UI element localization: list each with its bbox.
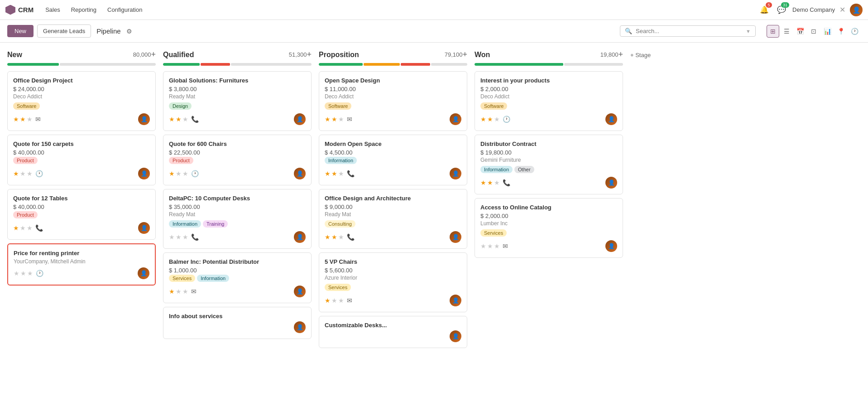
star-filled[interactable]: ★ <box>480 179 486 186</box>
clock-icon[interactable]: 🕐 <box>35 170 43 177</box>
star-empty[interactable]: ★ <box>494 242 500 250</box>
card-online-catalog[interactable]: Access to Online Catalog$ 2,000.00Lumber… <box>475 198 623 258</box>
column-add-qualified[interactable]: + <box>307 50 312 59</box>
star-empty[interactable]: ★ <box>331 297 337 304</box>
card-deltapc[interactable]: DeltaPC: 10 Computer Desks$ 35,000.00Rea… <box>163 189 312 249</box>
graph-view-btn[interactable]: 📊 <box>821 25 834 38</box>
star-empty[interactable]: ★ <box>182 116 188 123</box>
notifications-btn[interactable]: 🔔 5 <box>758 4 771 16</box>
phone-icon[interactable]: 📞 <box>347 233 355 241</box>
card-5vp-chairs[interactable]: 5 VP Chairs$ 5,600.00Azure InteriorServi… <box>319 252 467 312</box>
star-empty[interactable]: ★ <box>27 116 33 123</box>
pivot-view-btn[interactable]: ⊡ <box>807 25 820 38</box>
app-logo[interactable]: CRM <box>5 5 34 15</box>
card-customizable[interactable]: Customizable Desks...👤 <box>319 316 467 348</box>
star-filled[interactable]: ★ <box>331 233 337 241</box>
nav-reporting[interactable]: Reporting <box>67 5 101 15</box>
star-filled[interactable]: ★ <box>13 224 19 232</box>
envelope-icon[interactable]: ✉ <box>347 297 352 304</box>
star-empty[interactable]: ★ <box>176 170 182 177</box>
envelope-icon[interactable]: ✉ <box>347 116 352 123</box>
star-empty[interactable]: ★ <box>338 233 344 241</box>
new-button[interactable]: New <box>7 25 34 37</box>
map-view-btn[interactable]: 📍 <box>834 25 847 38</box>
star-empty[interactable]: ★ <box>338 116 344 123</box>
close-btn[interactable]: ✕ <box>839 5 845 14</box>
column-add-new[interactable]: + <box>151 50 156 59</box>
star-filled[interactable]: ★ <box>325 297 331 304</box>
search-dropdown-icon[interactable]: ▼ <box>746 29 751 34</box>
user-avatar[interactable]: 👤 <box>850 4 863 16</box>
star-empty[interactable]: ★ <box>14 270 19 277</box>
star-filled[interactable]: ★ <box>20 116 26 123</box>
star-filled[interactable]: ★ <box>331 116 337 123</box>
phone-icon[interactable]: 📞 <box>347 170 355 177</box>
star-empty[interactable]: ★ <box>169 233 175 241</box>
phone-icon[interactable]: 📞 <box>191 233 199 241</box>
card-office-design[interactable]: Office Design Project$ 24,000.00Deco Add… <box>7 71 156 131</box>
card-quote-600[interactable]: Quote for 600 Chairs$ 22,500.00Product★★… <box>163 135 312 185</box>
star-empty[interactable]: ★ <box>27 270 33 277</box>
star-empty[interactable]: ★ <box>20 224 26 232</box>
phone-icon[interactable]: 📞 <box>503 179 510 186</box>
calendar-view-btn[interactable]: 📅 <box>794 25 806 38</box>
generate-leads-button[interactable]: Generate Leads <box>37 24 91 38</box>
phone-icon[interactable]: 📞 <box>191 116 199 123</box>
star-empty[interactable]: ★ <box>182 233 188 241</box>
card-quote-150[interactable]: Quote for 150 carpets$ 40,000.00Product★… <box>7 135 156 185</box>
star-empty[interactable]: ★ <box>20 170 26 177</box>
card-open-space[interactable]: Open Space Design$ 11,000.00Deco AddictS… <box>319 71 467 131</box>
star-filled[interactable]: ★ <box>487 116 493 123</box>
star-empty[interactable]: ★ <box>494 179 500 186</box>
card-balmer[interactable]: Balmer Inc: Potential Distributor$ 1,000… <box>163 252 312 303</box>
nav-configuration[interactable]: Configuration <box>103 5 147 15</box>
kanban-view-btn[interactable]: ⊞ <box>767 25 779 38</box>
star-empty[interactable]: ★ <box>487 242 493 250</box>
clock-icon[interactable]: 🕐 <box>503 116 510 123</box>
envelope-icon[interactable]: ✉ <box>503 242 508 250</box>
card-interest-products[interactable]: Interest in your products$ 2,000.00Deco … <box>475 71 623 131</box>
nav-sales[interactable]: Sales <box>41 5 65 15</box>
star-filled[interactable]: ★ <box>169 116 175 123</box>
star-filled[interactable]: ★ <box>169 288 175 295</box>
star-empty[interactable]: ★ <box>182 288 188 295</box>
column-add-proposition[interactable]: + <box>462 50 467 59</box>
envelope-icon[interactable]: ✉ <box>35 116 41 123</box>
star-filled[interactable]: ★ <box>325 170 331 177</box>
star-filled[interactable]: ★ <box>487 179 493 186</box>
card-office-design-arch[interactable]: Office Design and Architecture$ 9,000.00… <box>319 189 467 249</box>
star-empty[interactable]: ★ <box>176 288 182 295</box>
phone-icon[interactable]: 📞 <box>35 224 43 232</box>
star-filled[interactable]: ★ <box>325 233 331 241</box>
activity-view-btn[interactable]: 🕐 <box>848 25 861 38</box>
star-filled[interactable]: ★ <box>169 170 175 177</box>
star-empty[interactable]: ★ <box>494 116 500 123</box>
envelope-icon[interactable]: ✉ <box>191 288 197 295</box>
card-price-renting[interactable]: Price for renting printerYourCompany, Mi… <box>7 243 156 286</box>
list-view-btn[interactable]: ☰ <box>780 25 793 38</box>
star-empty[interactable]: ★ <box>338 170 344 177</box>
star-filled[interactable]: ★ <box>13 116 19 123</box>
card-distributor-contract[interactable]: Distributor Contract$ 19,800.00Gemini Fu… <box>475 135 623 194</box>
star-empty[interactable]: ★ <box>480 242 486 250</box>
star-filled[interactable]: ★ <box>331 170 337 177</box>
clock-icon[interactable]: 🕐 <box>36 270 43 277</box>
messages-btn[interactable]: 💬 31 <box>775 4 788 16</box>
star-empty[interactable]: ★ <box>176 233 182 241</box>
settings-icon[interactable]: ⚙ <box>126 28 132 35</box>
search-bar[interactable]: 🔍 ▼ <box>620 25 756 37</box>
card-modern-open[interactable]: Modern Open Space$ 4,500.00Information★★… <box>319 135 467 185</box>
star-empty[interactable]: ★ <box>338 297 344 304</box>
star-empty[interactable]: ★ <box>182 170 188 177</box>
star-filled[interactable]: ★ <box>480 116 486 123</box>
column-add-won[interactable]: + <box>618 50 623 59</box>
clock-icon[interactable]: 🕐 <box>191 170 199 177</box>
star-filled[interactable]: ★ <box>13 170 19 177</box>
card-global-solutions[interactable]: Global Solutions: Furnitures$ 3,800.00Re… <box>163 71 312 131</box>
star-empty[interactable]: ★ <box>27 224 33 232</box>
star-filled[interactable]: ★ <box>176 116 182 123</box>
search-input[interactable] <box>636 28 740 34</box>
star-filled[interactable]: ★ <box>325 116 331 123</box>
star-empty[interactable]: ★ <box>20 270 26 277</box>
add-stage-button[interactable]: + Stage <box>630 52 651 58</box>
